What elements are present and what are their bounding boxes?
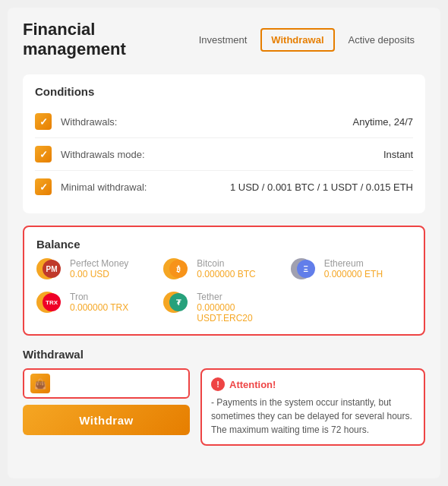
balance-name-eth: Ethereum <box>324 258 383 269</box>
attention-title-text: Attention! <box>229 379 276 390</box>
check-icon-withdrawals <box>35 113 52 130</box>
conditions-card: Conditions Withdrawals: Anytime, 24/7 Wi… <box>23 74 425 213</box>
balance-title: Balance <box>36 238 412 251</box>
balance-item-usdt: ₮ Tether 0.000000 USDT.ERC20 <box>163 292 284 323</box>
balance-item-trx: TRX Tron 0.000000 TRX <box>36 292 157 323</box>
withdrawal-form: Withdraw <box>23 368 190 446</box>
withdrawal-input-wrapper <box>23 368 190 399</box>
header: Financial management Investment Withdraw… <box>23 20 425 59</box>
page-title: Financial management <box>23 20 188 59</box>
withdrawal-title: Withdrawal <box>23 348 425 361</box>
coin-icon-trx: TRX <box>36 292 64 314</box>
balance-section: Balance PM Perfect Money 0.00 USD ₿ <box>23 226 425 336</box>
withdrawal-section-wrapper: Withdrawal Withdraw ! Attention! - Payme… <box>23 348 425 446</box>
condition-value-withdrawals: Anytime, 24/7 <box>353 116 414 128</box>
coin-icon-btc: ₿ <box>163 258 191 281</box>
condition-withdrawals: Withdrawals: Anytime, 24/7 <box>35 106 413 138</box>
balance-grid: PM Perfect Money 0.00 USD ₿ Bitcoin 0.00… <box>36 258 412 323</box>
balance-item-pm: PM Perfect Money 0.00 USD <box>36 258 157 281</box>
attention-title: ! Attention! <box>211 377 415 391</box>
page-container: Financial management Investment Withdraw… <box>8 8 440 478</box>
balance-amount-btc: 0.000000 BTC <box>197 269 255 279</box>
condition-label-mode: Withdrawals mode: <box>61 149 383 160</box>
balance-amount-eth: 0.000000 ETH <box>324 269 383 279</box>
balance-item-eth: Ξ Ethereum 0.000000 ETH <box>291 258 412 281</box>
condition-value-mode: Instant <box>383 149 413 160</box>
balance-amount-pm: 0.00 USD <box>70 269 128 279</box>
withdrawal-section: Withdraw ! Attention! - Payments in the … <box>23 368 425 446</box>
condition-label-withdrawals: Withdrawals: <box>61 116 353 128</box>
conditions-title: Conditions <box>35 85 413 98</box>
check-icon-mode <box>35 146 52 163</box>
balance-amount-usdt: 0.000000 USDT.ERC20 <box>197 302 284 323</box>
tabs: Investment Withdrawal Active deposits <box>188 28 425 52</box>
check-icon-minimal <box>35 178 52 195</box>
attention-icon: ! <box>211 377 225 391</box>
condition-value-minimal: 1 USD / 0.001 BTC / 1 USDT / 0.015 ETH <box>230 181 413 193</box>
wallet-icon <box>30 374 50 393</box>
withdraw-button[interactable]: Withdraw <box>23 405 190 435</box>
tab-withdrawal[interactable]: Withdrawal <box>260 28 334 52</box>
tab-investment[interactable]: Investment <box>188 28 258 52</box>
balance-name-pm: Perfect Money <box>70 258 128 269</box>
tab-active-deposits[interactable]: Active deposits <box>338 28 425 52</box>
balance-item-btc: ₿ Bitcoin 0.000000 BTC <box>163 258 284 281</box>
coin-icon-usdt: ₮ <box>163 292 191 314</box>
condition-label-minimal: Minimal withdrawal: <box>61 181 230 193</box>
coin-icon-eth: Ξ <box>291 258 318 281</box>
balance-name-usdt: Tether <box>197 292 284 302</box>
condition-minimal: Minimal withdrawal: 1 USD / 0.001 BTC / … <box>35 171 413 203</box>
coin-icon-pm: PM <box>36 258 64 281</box>
attention-text: - Payments in the system occur instantly… <box>211 396 415 437</box>
balance-name-trx: Tron <box>70 292 128 302</box>
balance-name-btc: Bitcoin <box>197 258 255 269</box>
withdrawal-input[interactable] <box>55 378 182 390</box>
condition-mode: Withdrawals mode: Instant <box>35 138 413 171</box>
balance-amount-trx: 0.000000 TRX <box>70 302 128 313</box>
attention-box: ! Attention! - Payments in the system oc… <box>200 368 425 446</box>
